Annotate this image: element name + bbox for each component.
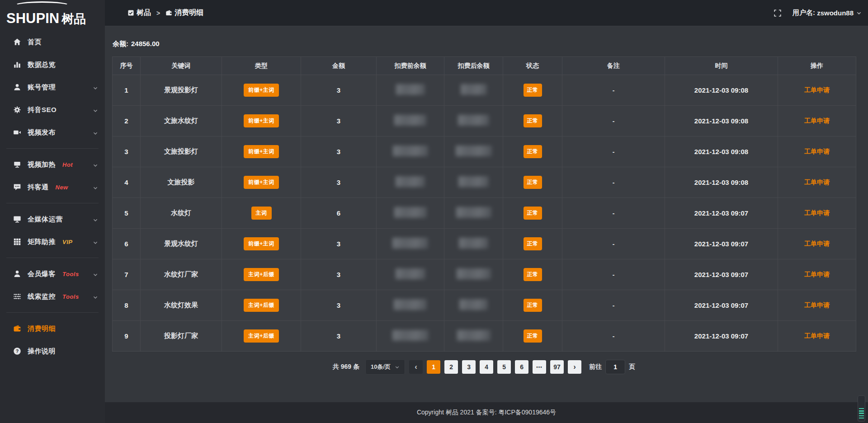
user-menu[interactable]: 用户名: zswodun88 [793,9,862,17]
work-order-link[interactable]: 工单申请 [804,332,830,339]
page-button-4[interactable]: 4 [480,360,493,374]
chevron-down-icon [856,10,862,16]
chart-icon [13,61,21,69]
cell-status: 正常 [503,321,562,352]
type-badge: 主词+后缀 [244,268,279,281]
cell-status: 正常 [503,136,562,167]
sidebar-item-home[interactable]: 首页 [0,31,105,53]
next-page-button[interactable]: › [568,360,581,374]
cell-index: 2 [113,106,141,136]
sidebar-item-help[interactable]: ?操作说明 [0,340,105,362]
page-button-1[interactable]: 1 [427,360,440,374]
cell-keyword: 景观水纹灯 [141,229,222,259]
status-badge: 正常 [524,237,542,250]
page-button-6[interactable]: 6 [515,360,528,374]
prev-page-button[interactable]: ‹ [409,360,423,374]
cell-remark: - [562,136,665,167]
cell-keyword: 水纹灯效果 [141,290,222,321]
status-badge: 正常 [524,84,542,97]
consume-table: 序号关键词类型金额扣费前余额扣费后余额状态备注时间操作 1景观投影灯前缀+主词3… [112,56,856,352]
sidebar-item-member[interactable]: 会员爆客Tools [0,263,105,285]
sidebar-item-clue[interactable]: 线索监控Tools [0,285,105,308]
goto-page-input[interactable] [605,360,625,374]
work-order-link[interactable]: 工单申请 [804,86,830,94]
sidebar-item-badge: Tools [62,271,79,277]
chevron-down-icon [93,184,98,190]
sidebar-item-badge: Hot [62,161,73,168]
sidebar-item-overview[interactable]: 数据总览 [0,53,105,76]
cell-amount: 3 [301,106,377,136]
type-badge: 前缀+主词 [244,145,279,158]
fullscreen-icon[interactable] [774,9,782,17]
sidebar-item-heat[interactable]: 视频加热Hot [0,153,105,176]
chevron-down-icon [93,239,98,244]
breadcrumb-item-current[interactable]: 消费明细 [165,8,203,18]
cell-amount: 6 [301,198,377,229]
work-order-link[interactable]: 工单申请 [804,301,830,309]
column-header: 备注 [562,57,665,75]
cell-action: 工单申请 [778,259,856,290]
cell-remark: - [562,229,665,259]
table-row: 6景观水纹灯前缀+主词3正常-2021-12-03 09:07工单申请 [113,229,856,259]
page-button-3[interactable]: 3 [462,360,476,374]
mini-scrollbar-widget[interactable] [858,395,865,422]
cell-index: 6 [113,229,141,259]
cell-amount: 3 [301,136,377,167]
type-badge: 前缀+主词 [244,114,279,127]
cell-balance-after-masked [444,106,503,136]
sidebar-item-publish[interactable]: 视频发布 [0,121,105,144]
cell-amount: 3 [301,321,377,352]
work-order-link[interactable]: 工单申请 [804,117,830,124]
column-header: 时间 [665,57,778,75]
work-order-link[interactable]: 工单申请 [804,179,830,186]
chevron-down-icon [93,162,98,167]
work-order-link[interactable]: 工单申请 [804,148,830,155]
cell-type: 前缀+主词 [222,75,301,106]
cell-action: 工单申请 [778,136,856,167]
cell-type: 主词+后缀 [222,321,301,352]
sidebar-item-doukatong[interactable]: 抖客通New [0,176,105,198]
sidebar-item-matrix[interactable]: 矩阵助推VIP [0,230,105,253]
status-badge: 正常 [524,207,542,220]
page-button-5[interactable]: 5 [497,360,511,374]
sidebar-item-label: 线索监控 [28,292,56,301]
cell-index: 3 [113,136,141,167]
cell-keyword: 投影灯厂家 [141,321,222,352]
topbar: 树品 > 消费明细 用户名: zswodun88 [105,0,868,26]
cell-index: 7 [113,259,141,290]
logo[interactable]: SHUPIN 树品 [0,0,105,28]
sidebar-item-media[interactable]: 全媒体运营 [0,208,105,230]
wallet-icon [165,9,172,16]
cell-amount: 3 [301,290,377,321]
page-button-2[interactable]: 2 [444,360,458,374]
cell-balance-after-masked [444,136,503,167]
page-button-list: 123456•••97 [427,360,564,374]
sidebar-item-seo[interactable]: 抖音SEO [0,99,105,121]
cell-balance-before-masked [377,229,444,259]
type-badge: 主词 [251,207,272,220]
sidebar-item-account[interactable]: 账号管理 [0,76,105,99]
breadcrumb-item-home[interactable]: 树品 [127,8,151,18]
work-order-link[interactable]: 工单申请 [804,271,830,278]
page-ellipsis-button[interactable]: ••• [533,360,546,374]
cell-balance-after-masked [444,229,503,259]
cell-balance-after-masked [444,167,503,198]
gear-icon [13,106,21,114]
cell-time: 2021-12-03 09:07 [665,321,778,352]
work-order-link[interactable]: 工单申请 [804,209,830,216]
heat-icon [13,160,21,169]
column-header: 序号 [113,57,141,75]
status-badge: 正常 [524,268,542,281]
sidebar-item-label: 抖音SEO [28,106,57,114]
cell-type: 前缀+主词 [222,167,301,198]
cell-index: 5 [113,198,141,229]
page-size-select[interactable]: 10条/页 [365,359,405,375]
sidebar-item-consume[interactable]: 消费明细 [0,317,105,340]
member-icon [13,270,21,278]
work-order-link[interactable]: 工单申请 [804,240,830,247]
cell-index: 9 [113,321,141,352]
page-button-97[interactable]: 97 [550,360,564,374]
copyright-text: Copyright 树品 2021 备案号: 粤ICP备09019646号 [417,409,556,417]
chat-icon [13,183,21,191]
cell-action: 工单申请 [778,229,856,259]
